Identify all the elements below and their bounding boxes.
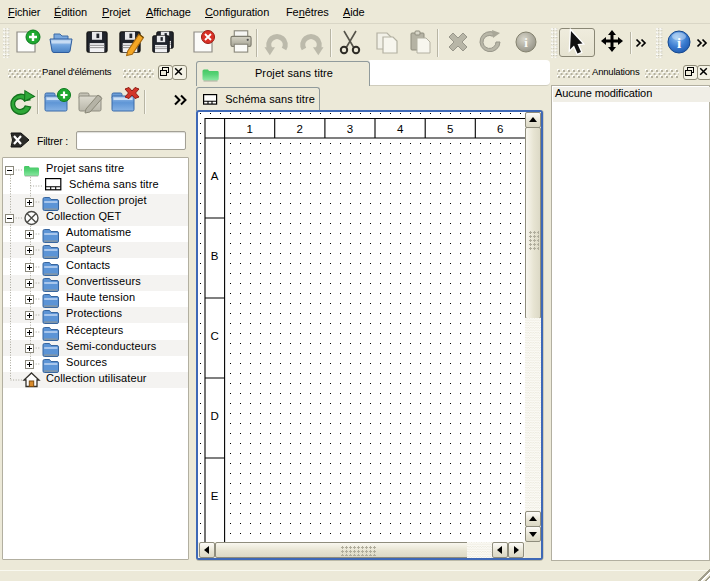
- svg-text:i: i: [677, 35, 681, 51]
- svg-text:D: D: [210, 410, 218, 422]
- svg-text:5: 5: [447, 123, 453, 135]
- svg-text:i: i: [524, 35, 528, 50]
- svg-text:B: B: [211, 250, 219, 262]
- svg-text:C: C: [210, 330, 218, 342]
- svg-text:4: 4: [397, 123, 404, 135]
- svg-text:E: E: [211, 490, 219, 502]
- svg-text:A: A: [211, 170, 219, 182]
- svg-text:3: 3: [347, 123, 353, 135]
- svg-text:1: 1: [246, 123, 252, 135]
- svg-text:2: 2: [297, 123, 303, 135]
- svg-text:6: 6: [497, 123, 503, 135]
